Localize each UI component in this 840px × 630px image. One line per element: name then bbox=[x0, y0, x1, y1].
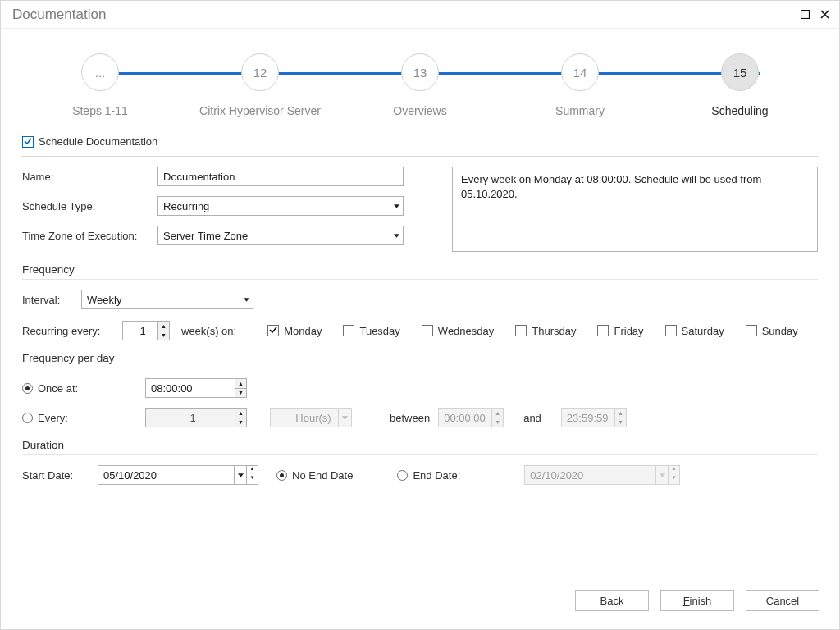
spin-buttons[interactable]: ▲ ▼ bbox=[158, 322, 169, 340]
schedule-type-value: Recurring bbox=[163, 200, 209, 212]
once-at-label: Once at: bbox=[38, 382, 78, 395]
chevron-down-icon[interactable] bbox=[240, 290, 253, 308]
every-count-value: 1 bbox=[189, 412, 195, 424]
spin-buttons: ▲ ▼ bbox=[491, 409, 503, 427]
chevron-down-icon[interactable] bbox=[390, 197, 403, 215]
step-13[interactable]: 13 Overviews bbox=[342, 53, 498, 117]
date-buttons[interactable]: ▲ ▼ bbox=[234, 466, 258, 484]
spin-down-icon[interactable]: ▼ bbox=[235, 389, 246, 398]
between-from-input: 00:00:00 ▲ ▼ bbox=[438, 408, 504, 427]
interval-label: Interval: bbox=[22, 294, 73, 306]
step-14[interactable]: 14 Summary bbox=[502, 53, 658, 117]
schedule-fields: Name: Documentation Schedule Type: Recur… bbox=[22, 167, 432, 252]
start-date-value: 05/10/2020 bbox=[103, 469, 157, 482]
close-icon[interactable] bbox=[816, 7, 833, 23]
step-15-current[interactable]: 15 Scheduling bbox=[662, 53, 818, 117]
every-unit-select: Hour(s) bbox=[270, 408, 352, 427]
and-label: and bbox=[523, 412, 541, 424]
step-label: Citrix Hypervisor Server bbox=[199, 104, 321, 117]
no-end-date-radio[interactable] bbox=[276, 470, 287, 481]
step-12[interactable]: 12 Citrix Hypervisor Server bbox=[182, 53, 338, 117]
interval-row: Interval: Weekly bbox=[22, 290, 818, 309]
spin-down-icon: ▼ bbox=[615, 418, 626, 427]
end-date-input: 02/10/2020 ▲ ▼ bbox=[524, 465, 680, 485]
calendar-dropdown-icon[interactable] bbox=[235, 466, 246, 484]
interval-select[interactable]: Weekly bbox=[81, 290, 253, 309]
recurring-count-input[interactable]: 1 ▲ ▼ bbox=[122, 321, 170, 340]
day-tuesday-label: Tuesday bbox=[359, 325, 399, 337]
step-label: Overviews bbox=[393, 104, 446, 117]
section-rule bbox=[22, 279, 818, 280]
spin-down-icon[interactable]: ▼ bbox=[158, 331, 169, 340]
day-friday-checkbox[interactable] bbox=[597, 325, 609, 336]
day-tuesday-checkbox[interactable] bbox=[343, 325, 354, 336]
days-of-week: Monday Tuesday Wednesday Thursday Friday… bbox=[267, 325, 798, 337]
step-label: Scheduling bbox=[711, 104, 768, 117]
finish-button[interactable]: Finish bbox=[660, 590, 734, 611]
interval-value: Weekly bbox=[87, 294, 121, 306]
start-date-input[interactable]: 05/10/2020 ▲ ▼ bbox=[98, 465, 258, 485]
step-1-11[interactable]: ... Steps 1-11 bbox=[22, 53, 178, 117]
day-wednesday-checkbox[interactable] bbox=[422, 325, 433, 336]
section-rule bbox=[22, 156, 818, 157]
name-value: Documentation bbox=[163, 171, 235, 183]
recurring-count-value: 1 bbox=[139, 325, 145, 337]
back-button[interactable]: Back bbox=[575, 590, 649, 611]
wizard-stepper: ... Steps 1-11 12 Citrix Hypervisor Serv… bbox=[22, 53, 818, 127]
footer-buttons: Back Finish Cancel bbox=[1, 583, 839, 629]
weeks-on-label: week(s) on: bbox=[181, 325, 236, 337]
no-end-date-label: No End Date bbox=[292, 469, 353, 482]
day-monday-checkbox[interactable] bbox=[267, 325, 279, 336]
day-thursday-label: Thursday bbox=[532, 325, 576, 337]
content-area: ... Steps 1-11 12 Citrix Hypervisor Serv… bbox=[1, 29, 839, 583]
step-circle: 12 bbox=[241, 53, 279, 91]
schedule-summary-box: Every week on Monday at 08:00:00. Schedu… bbox=[452, 167, 818, 252]
day-wednesday-label: Wednesday bbox=[438, 325, 494, 337]
spin-up-icon[interactable]: ▲ bbox=[158, 322, 169, 331]
step-circle: 15 bbox=[721, 53, 759, 91]
duration-row: Start Date: 05/10/2020 ▲ ▼ No End Date E… bbox=[22, 465, 818, 485]
spin-buttons[interactable]: ▲ ▼ bbox=[246, 466, 258, 484]
schedule-enable-row: Schedule Documentation bbox=[22, 135, 818, 148]
spin-buttons[interactable]: ▲ ▼ bbox=[235, 379, 246, 397]
every-radio[interactable] bbox=[22, 413, 33, 423]
spin-buttons: ▲ ▼ bbox=[614, 409, 626, 427]
step-label: Steps 1-11 bbox=[72, 104, 128, 117]
between-from-value: 00:00:00 bbox=[444, 412, 486, 424]
schedule-enable-label: Schedule Documentation bbox=[39, 135, 158, 148]
spin-buttons[interactable]: ▲ ▼ bbox=[235, 409, 246, 427]
end-date-radio[interactable] bbox=[397, 470, 408, 481]
timezone-select[interactable]: Server Time Zone bbox=[158, 226, 404, 245]
once-at-row: Once at: 08:00:00 ▲ ▼ bbox=[22, 378, 818, 398]
duration-header: Duration bbox=[22, 439, 818, 451]
cancel-button[interactable]: Cancel bbox=[746, 590, 819, 611]
schedule-type-select[interactable]: Recurring bbox=[158, 196, 404, 216]
day-saturday-label: Saturday bbox=[682, 325, 724, 337]
between-to-input: 23:59:59 ▲ ▼ bbox=[561, 408, 627, 427]
day-monday-label: Monday bbox=[284, 325, 322, 337]
once-at-radio[interactable] bbox=[22, 383, 33, 394]
end-date-value: 02/10/2020 bbox=[530, 469, 583, 482]
day-thursday-checkbox[interactable] bbox=[515, 325, 527, 336]
schedule-top-grid: Name: Documentation Schedule Type: Recur… bbox=[22, 167, 818, 252]
day-saturday-checkbox[interactable] bbox=[665, 325, 677, 336]
schedule-type-label: Schedule Type: bbox=[22, 200, 158, 212]
maximize-icon[interactable] bbox=[797, 7, 813, 23]
spin-down-icon[interactable]: ▼ bbox=[235, 418, 246, 427]
frequency-header: Frequency bbox=[22, 263, 818, 276]
every-count-input[interactable]: 1 ▲ ▼ bbox=[145, 408, 247, 427]
end-date-label: End Date: bbox=[413, 469, 460, 482]
day-friday-label: Friday bbox=[614, 325, 643, 337]
spin-buttons: ▲ ▼ bbox=[668, 466, 679, 484]
spin-up-icon[interactable]: ▲ bbox=[235, 379, 246, 389]
spin-up-icon[interactable]: ▲ bbox=[235, 409, 246, 418]
schedule-enable-checkbox[interactable] bbox=[22, 136, 34, 148]
window-title: Documentation bbox=[12, 7, 793, 23]
chevron-down-icon[interactable] bbox=[390, 226, 403, 244]
once-at-time-input[interactable]: 08:00:00 ▲ ▼ bbox=[145, 378, 247, 398]
day-sunday-label: Sunday bbox=[762, 325, 798, 337]
name-input[interactable]: Documentation bbox=[158, 167, 404, 186]
step-label: Summary bbox=[555, 104, 605, 117]
between-to-value: 23:59:59 bbox=[567, 412, 609, 424]
day-sunday-checkbox[interactable] bbox=[746, 325, 757, 336]
